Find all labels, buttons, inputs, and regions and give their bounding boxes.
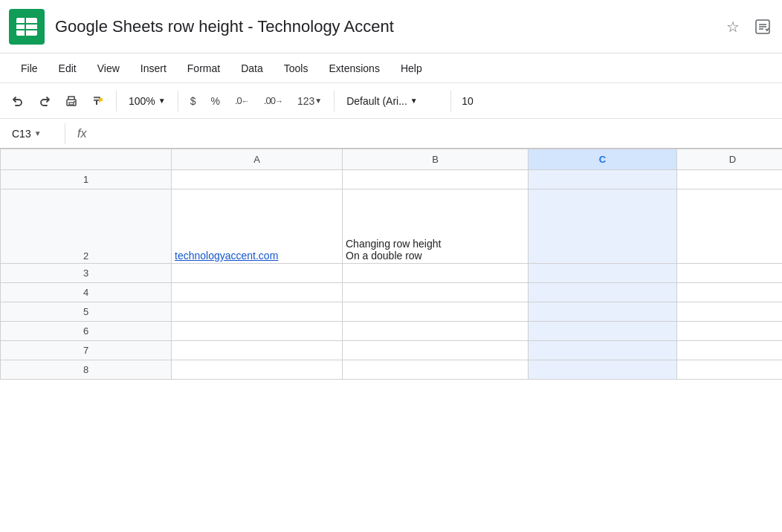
title-bar: Google Sheets row height - Technology Ac…: [0, 0, 782, 53]
cell-A6[interactable]: [172, 322, 343, 341]
col-header-C[interactable]: C: [529, 149, 677, 170]
menu-bar: File Edit View Insert Format Data Tools …: [0, 53, 782, 83]
cell-D3[interactable]: [677, 264, 783, 283]
font-size-value: 10: [462, 95, 474, 107]
grid-table: A B C D 1 2 technologyaccent.com: [0, 149, 782, 380]
table-row: 3: [1, 264, 783, 283]
row-header-8[interactable]: 8: [1, 360, 172, 380]
decimal-increase-button[interactable]: .00 →: [258, 89, 288, 113]
table-row: 6: [1, 322, 783, 341]
cell-C6[interactable]: [529, 322, 677, 341]
cell-ref-value: C13: [12, 128, 31, 140]
formula-input[interactable]: [98, 123, 776, 144]
col-header-B[interactable]: B: [343, 149, 529, 170]
cell-C4[interactable]: [529, 283, 677, 302]
cell-C2[interactable]: [529, 189, 677, 264]
menu-view[interactable]: View: [88, 56, 129, 80]
row-header-6[interactable]: 6: [1, 322, 172, 341]
svg-rect-1: [16, 18, 37, 36]
row-header-3[interactable]: 3: [1, 264, 172, 283]
menu-data[interactable]: Data: [232, 56, 272, 80]
menu-tools[interactable]: Tools: [275, 56, 317, 80]
column-header-row: A B C D: [1, 149, 783, 170]
menu-insert[interactable]: Insert: [132, 56, 175, 80]
svg-rect-9: [96, 100, 97, 105]
app-icon: [9, 9, 45, 45]
col-header-A[interactable]: A: [172, 149, 343, 170]
print-button[interactable]: [59, 89, 83, 113]
cell-D7[interactable]: [677, 341, 783, 360]
cell-D5[interactable]: [677, 302, 783, 322]
cell-B6[interactable]: [343, 322, 529, 341]
table-row: 1: [1, 170, 783, 189]
cell-A8[interactable]: [172, 360, 343, 380]
cell-B1[interactable]: [343, 170, 529, 189]
cell-B3[interactable]: [343, 264, 529, 283]
cell-B4[interactable]: [343, 283, 529, 302]
cell-ref-dropdown[interactable]: ▼: [34, 129, 42, 137]
star-icon[interactable]: ☆: [723, 16, 743, 37]
format-number-button[interactable]: 123 ▼: [291, 89, 328, 113]
menu-help[interactable]: Help: [392, 56, 431, 80]
cell-C5[interactable]: [529, 302, 677, 322]
cell-C3[interactable]: [529, 264, 677, 283]
link-technologyaccent[interactable]: technologyaccent.com: [175, 250, 278, 262]
drive-icon[interactable]: [752, 16, 773, 37]
svg-rect-7: [69, 103, 74, 105]
font-name: Default (Ari...: [346, 95, 407, 107]
cell-A5[interactable]: [172, 302, 343, 322]
menu-format[interactable]: Format: [178, 56, 229, 80]
menu-file[interactable]: File: [12, 56, 47, 80]
spreadsheet-grid: A B C D 1 2 technologyaccent.com: [0, 149, 782, 380]
cell-C1[interactable]: [529, 170, 677, 189]
menu-extensions[interactable]: Extensions: [320, 56, 388, 80]
cell-A7[interactable]: [172, 341, 343, 360]
zoom-selector[interactable]: 100% ▼: [123, 89, 172, 113]
undo-button[interactable]: [6, 89, 30, 113]
cell-C7[interactable]: [529, 341, 677, 360]
cell-A1[interactable]: [172, 170, 343, 189]
cell-A3[interactable]: [172, 264, 343, 283]
cell-D6[interactable]: [677, 322, 783, 341]
cell-A4[interactable]: [172, 283, 343, 302]
font-selector[interactable]: Default (Ari... ▼: [340, 89, 445, 113]
cell-D8[interactable]: [677, 360, 783, 380]
redo-button[interactable]: [33, 89, 56, 113]
cell-B2-line2: On a double row: [346, 250, 525, 262]
row-header-7[interactable]: 7: [1, 341, 172, 360]
col-header-D[interactable]: D: [677, 149, 783, 170]
svg-point-8: [74, 101, 75, 103]
separator-1: [116, 91, 117, 111]
cell-D2[interactable]: [677, 189, 783, 264]
font-dropdown-icon: ▼: [410, 97, 418, 105]
row-header-2[interactable]: 2: [1, 189, 172, 264]
currency-button[interactable]: $: [184, 89, 202, 113]
row-header-4[interactable]: 4: [1, 283, 172, 302]
corner-header[interactable]: [1, 149, 172, 170]
paint-format-button[interactable]: [86, 89, 110, 113]
table-row: 8: [1, 360, 783, 380]
table-row: 4: [1, 283, 783, 302]
cell-A2[interactable]: technologyaccent.com: [172, 189, 343, 264]
decimal-decrease-button[interactable]: .0 ←: [229, 89, 255, 113]
toolbar: 100% ▼ $ % .0 ← .00 → 123 ▼ Default (Ari…: [0, 83, 782, 119]
cell-D1[interactable]: [677, 170, 783, 189]
row-header-1[interactable]: 1: [1, 170, 172, 189]
cell-B8[interactable]: [343, 360, 529, 380]
font-size-display[interactable]: 10: [457, 89, 478, 113]
cell-C8[interactable]: [529, 360, 677, 380]
cell-D4[interactable]: [677, 283, 783, 302]
cell-B2[interactable]: Changing row height On a double row: [343, 189, 529, 264]
page-title: Google Sheets row height - Technology Ac…: [55, 17, 723, 36]
table-row: 5: [1, 302, 783, 322]
cell-B5[interactable]: [343, 302, 529, 322]
formula-bar: C13 ▼ fx: [0, 119, 782, 149]
formula-icon: fx: [77, 127, 86, 140]
cell-reference-box[interactable]: C13 ▼: [6, 123, 65, 144]
row-header-5[interactable]: 5: [1, 302, 172, 322]
zoom-value: 100%: [129, 95, 155, 107]
menu-edit[interactable]: Edit: [50, 56, 85, 80]
percent-button[interactable]: %: [205, 89, 226, 113]
cell-B7[interactable]: [343, 341, 529, 360]
table-row: 7: [1, 341, 783, 360]
